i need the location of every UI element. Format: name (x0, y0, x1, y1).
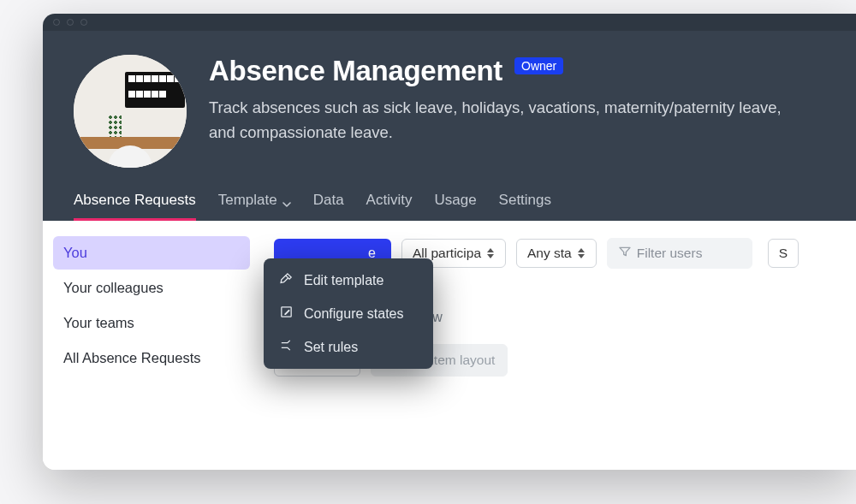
sidebar-item-label: Your colleagues (63, 280, 163, 295)
menu-edit-template[interactable]: Edit template (264, 264, 433, 297)
state-select[interactable]: Any sta (516, 239, 597, 268)
primary-tabs: Absence Requests Template Data Activity … (74, 192, 825, 221)
filter-users-input[interactable]: Filter users (607, 238, 752, 269)
sidebar-item-label: You (63, 245, 87, 260)
sidebar-item-colleagues[interactable]: Your colleagues (53, 271, 250, 305)
tab-settings[interactable]: Settings (499, 192, 551, 221)
sidebar-item-label: All Absence Requests (63, 350, 201, 365)
toolbar-right-button[interactable]: S (768, 239, 799, 268)
traffic-light-zoom[interactable] (80, 19, 87, 26)
page-header: Absence Management Owner Track absences … (43, 31, 856, 221)
sort-arrows-icon (486, 248, 495, 258)
template-dropdown: Edit template Configure states Set rules (264, 258, 433, 369)
sidebar: You Your colleagues Your teams All Absen… (43, 221, 260, 470)
content-area: You Your colleagues Your teams All Absen… (43, 221, 856, 470)
menu-configure-states[interactable]: Configure states (264, 297, 433, 330)
page-subtitle: Track absences such as sick leave, holid… (209, 96, 808, 145)
sidebar-item-all[interactable]: All Absence Requests (53, 341, 250, 375)
sidebar-item-you[interactable]: You (53, 236, 250, 270)
traffic-light-close[interactable] (53, 19, 60, 26)
page-title: Absence Management (209, 55, 502, 87)
project-avatar (74, 55, 187, 168)
sidebar-item-teams[interactable]: Your teams (53, 306, 250, 340)
branch-icon (279, 338, 294, 356)
edit-square-icon (279, 305, 294, 323)
filter-icon (618, 245, 632, 262)
tab-template[interactable]: Template (218, 192, 291, 221)
sidebar-item-label: Your teams (63, 315, 134, 330)
chevron-down-icon (282, 196, 291, 205)
app-window: Absence Management Owner Track absences … (43, 14, 856, 470)
owner-badge: Owner (514, 57, 563, 74)
traffic-light-minimize[interactable] (67, 19, 74, 26)
sort-arrows-icon (577, 248, 586, 258)
hammer-icon (279, 271, 294, 289)
tab-absence-requests[interactable]: Absence Requests (74, 192, 196, 221)
tab-usage[interactable]: Usage (434, 192, 476, 221)
window-titlebar (43, 14, 856, 31)
tab-data[interactable]: Data (313, 192, 344, 221)
menu-set-rules[interactable]: Set rules (264, 330, 433, 364)
tab-activity[interactable]: Activity (366, 192, 413, 221)
